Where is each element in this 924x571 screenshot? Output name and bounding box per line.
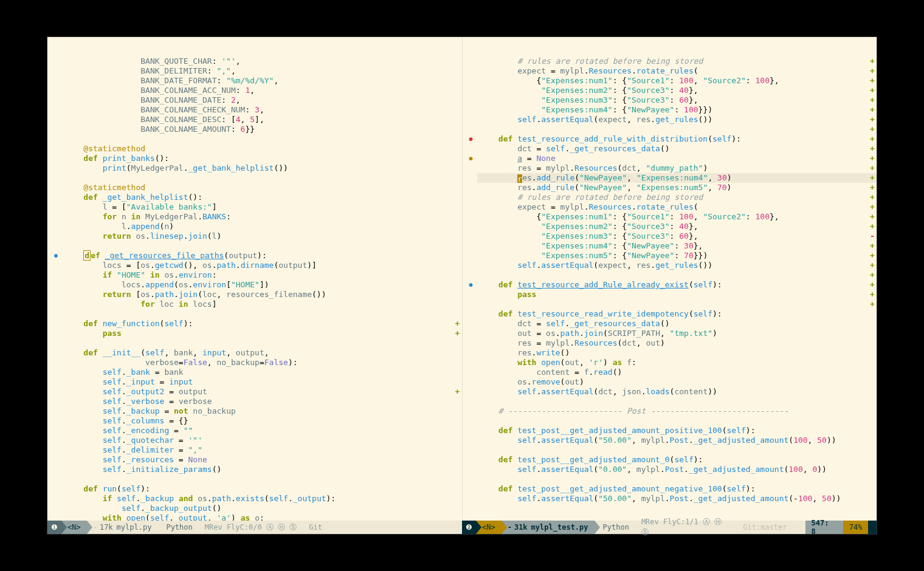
code-line[interactable]: BANK_DATE_FORMAT: "%m/%d/%Y",: [62, 76, 462, 86]
code-line[interactable]: pass+: [477, 290, 877, 299]
code-line[interactable]: return [os.path.join(loc, resources_file…: [62, 290, 462, 299]
code-line[interactable]: if self._backup and os.path.exists(self.…: [62, 494, 462, 504]
code-line[interactable]: @staticmethod: [62, 144, 462, 154]
code-line[interactable]: self.assertEqual(dct, json.loads(content…: [477, 387, 877, 397]
code-line[interactable]: {"Expenses:num1": {"Source1": 100, "Sour…: [477, 76, 877, 86]
left-code-area[interactable]: BANK_QUOTE_CHAR: '"', BANK_DELIMITER: ",…: [47, 37, 462, 521]
right-code-area[interactable]: # rules are rotated before being stored+…: [463, 37, 877, 521]
code-line[interactable]: [62, 338, 462, 348]
code-line[interactable]: def test_post__get_adjusted_amount_0(sel…: [477, 455, 877, 465]
code-line[interactable]: "Expenses:num4": {"NewPayee": 30},+: [477, 241, 877, 251]
code-line[interactable]: res.add_rule("NewPayee", "Expenses:num5"…: [477, 183, 877, 193]
code-line[interactable]: self._quotechar = '"': [62, 436, 462, 445]
code-line[interactable]: self.assertEqual(expect, res.get_rules()…: [477, 115, 877, 125]
code-line[interactable]: for loc in locs]: [62, 299, 462, 309]
code-line[interactable]: res = mylpl.Resources(dct, "dummy_path")…: [477, 163, 877, 173]
code-line[interactable]: ● def test_resource_add_Rule_already_exi…: [477, 280, 877, 290]
code-line[interactable]: os.remove(out): [477, 377, 877, 387]
code-line[interactable]: BANK_COLNAME_DATE: 2,: [62, 95, 462, 105]
code-line[interactable]: self._verbose = verbose: [62, 397, 462, 406]
code-line[interactable]: dct = self._get_resources_data()+: [477, 144, 877, 154]
code-line[interactable]: ● def test_resource_add_rule_with_distri…: [477, 134, 877, 144]
code-line[interactable]: verbose=False, no_backup=False):: [62, 358, 462, 368]
code-line[interactable]: "Expenses:num2": {"Source3": 40},+: [477, 86, 877, 95]
code-line[interactable]: for n in MyLedgerPal.BANKS:: [62, 212, 462, 222]
code-line[interactable]: self.assertEqual("50.00", mylpl.Post._ge…: [477, 494, 877, 504]
code-line[interactable]: "Expenses:num2": {"Source3": 40},+: [477, 222, 877, 231]
code-line[interactable]: [477, 397, 877, 406]
code-line[interactable]: BANK_COLNAME_AMOUNT: 6}}: [62, 125, 462, 134]
code-line[interactable]: self._encoding = "": [62, 426, 462, 436]
right-pane[interactable]: # rules are rotated before being stored+…: [463, 37, 877, 521]
left-pane[interactable]: BANK_QUOTE_CHAR: '"', BANK_DELIMITER: ",…: [47, 37, 463, 521]
code-line[interactable]: res.add_rule("NewPayee", "Expenses:num4"…: [477, 173, 877, 183]
code-line[interactable]: self.assertEqual("50.00", mylpl.Post._ge…: [477, 436, 877, 445]
code-line[interactable]: +: [477, 270, 877, 280]
code-line[interactable]: def print_banks():: [62, 154, 462, 163]
code-line[interactable]: l.append(n): [62, 222, 462, 231]
code-line[interactable]: "Expenses:num5": {"NewPayee": 70}})+: [477, 251, 877, 261]
code-line[interactable]: BANK_DELIMITER: ",",: [62, 66, 462, 76]
code-text: res.write(): [477, 348, 570, 358]
code-line[interactable]: self.assertEqual(expect, res.get_rules()…: [477, 261, 877, 270]
code-line[interactable]: expect = mylpl.Resources.rotate_rules(+: [477, 66, 877, 76]
code-line[interactable]: # ------------------------ Post --------…: [477, 406, 877, 416]
code-line[interactable]: [62, 309, 462, 319]
code-line[interactable]: if "HOME" in os.environ:: [62, 270, 462, 280]
code-line[interactable]: def test_post__get_adjusted_amount_posit…: [477, 426, 877, 436]
code-line[interactable]: ● a = None+: [477, 154, 877, 163]
code-line[interactable]: res.write(): [477, 348, 877, 358]
code-line[interactable]: self._backup = not no_backup: [62, 406, 462, 416]
code-line[interactable]: locs = [os.getcwd(), os.path.dirname(out…: [62, 261, 462, 270]
code-line[interactable]: with open(self._output, 'a') as o:: [62, 513, 462, 521]
code-line[interactable]: [62, 474, 462, 484]
code-line[interactable]: res = mylpl.Resources(dct, out): [477, 338, 877, 348]
code-line[interactable]: return os.linesep.join(l): [62, 231, 462, 241]
code-line[interactable]: +: [477, 125, 877, 134]
code-line[interactable]: BANK_COLNAME_ACC_NUM: 1,: [62, 86, 462, 95]
code-line[interactable]: pass+: [62, 329, 462, 338]
code-line[interactable]: [477, 445, 877, 455]
code-line[interactable]: print(MyLedgerPal._get_bank_helplist()): [62, 163, 462, 173]
code-line[interactable]: BANK_QUOTE_CHAR: '"',: [62, 56, 462, 66]
code-line[interactable]: "Expenses:num4": {"NewPayee": 100}})+: [477, 105, 877, 115]
code-line[interactable]: BANK_COLNAME_CHECK_NUM: 3,: [62, 105, 462, 115]
code-line[interactable]: +: [477, 299, 877, 309]
code-line[interactable]: with open(out, 'r') as f:: [477, 358, 877, 368]
code-line[interactable]: self._delimiter = ",": [62, 445, 462, 455]
code-line[interactable]: locs.append(os.environ["HOME"]): [62, 280, 462, 290]
code-line[interactable]: # rules are rotated before being stored+: [477, 56, 877, 66]
code-line[interactable]: [62, 134, 462, 144]
code-line[interactable]: "Expenses:num3": {"Source3": 60},+: [477, 95, 877, 105]
code-line[interactable]: "Expenses:num3": {"Source3": 60},-: [477, 231, 877, 241]
code-line[interactable]: l = ["Available banks:"]: [62, 202, 462, 212]
code-line[interactable]: {"Expenses:num1": {"Source1": 100, "Sour…: [477, 212, 877, 222]
code-line[interactable]: # rules are rotated before being stored+: [477, 193, 877, 202]
code-line[interactable]: BANK_COLNAME_DESC: [4, 5],: [62, 115, 462, 125]
code-line[interactable]: def __init__(self, bank, input, output,: [62, 348, 462, 358]
code-line[interactable]: self._input = input: [62, 377, 462, 387]
code-line[interactable]: def run(self):: [62, 484, 462, 494]
code-text: "Expenses:num3": {"Source3": 60},: [477, 231, 698, 241]
code-line[interactable]: ● def _get_resources_file_paths(output):: [62, 251, 462, 261]
code-line[interactable]: [477, 474, 877, 484]
code-line[interactable]: def new_function(self):+: [62, 319, 462, 329]
code-line[interactable]: expect = mylpl.Resources.rotate_rules(+: [477, 202, 877, 212]
code-line[interactable]: self._columns = {}: [62, 416, 462, 426]
code-line[interactable]: [62, 241, 462, 251]
code-line[interactable]: [477, 416, 877, 426]
code-line[interactable]: def test_post__get_adjusted_amount_negat…: [477, 484, 877, 494]
code-line[interactable]: out = os.path.join(SCRIPT_PATH, "tmp.txt…: [477, 329, 877, 338]
code-line[interactable]: [62, 173, 462, 183]
code-line[interactable]: self._output2 = output+: [62, 387, 462, 397]
code-line[interactable]: @staticmethod: [62, 183, 462, 193]
code-line[interactable]: def test_resource_read_write_idempotency…: [477, 309, 877, 319]
code-line[interactable]: self._initialize_params(): [62, 465, 462, 474]
code-line[interactable]: content = f.read(): [477, 368, 877, 377]
code-line[interactable]: dct = self._get_resources_data(): [477, 319, 877, 329]
code-line[interactable]: def _get_bank_helplist():: [62, 193, 462, 202]
code-line[interactable]: self._bank = bank: [62, 368, 462, 377]
code-line[interactable]: self._backup_output(): [62, 504, 462, 513]
code-line[interactable]: self._resources = None: [62, 455, 462, 465]
code-line[interactable]: self.assertEqual("0.00", mylpl.Post._get…: [477, 465, 877, 474]
